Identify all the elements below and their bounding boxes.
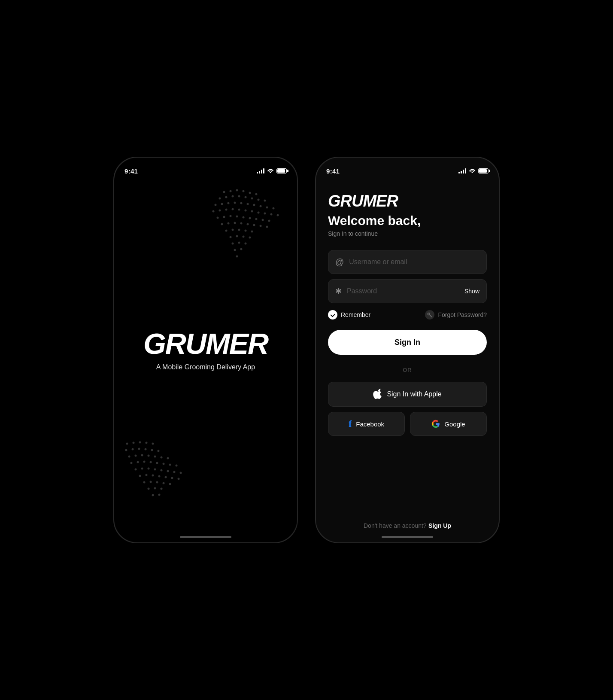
svg-point-52 (225, 230, 228, 232)
svg-point-106 (171, 477, 173, 479)
password-field[interactable]: ✱ Password Show (328, 279, 487, 303)
svg-point-47 (240, 222, 243, 225)
svg-point-35 (217, 217, 219, 219)
svg-point-96 (154, 469, 156, 471)
svg-point-27 (232, 208, 234, 210)
show-password-button[interactable]: Show (464, 288, 479, 295)
svg-point-39 (243, 216, 245, 219)
splash-status-icons (257, 168, 287, 174)
svg-point-88 (150, 461, 152, 463)
svg-point-36 (223, 216, 225, 218)
remember-checkbox[interactable] (328, 310, 337, 320)
login-logo: GRUMER (328, 192, 487, 210)
map-dots-top (190, 183, 284, 304)
signin-button[interactable]: Sign In (328, 330, 487, 355)
svg-point-64 (234, 249, 236, 251)
login-welcome-heading: Welcome back, (328, 213, 487, 228)
svg-point-84 (167, 457, 169, 460)
login-phone: 9:41 GRUMER (315, 157, 500, 543)
svg-point-79 (135, 455, 137, 457)
or-line-right (418, 370, 487, 370)
password-icon: ✱ (335, 286, 342, 296)
svg-point-32 (264, 213, 266, 215)
svg-point-17 (234, 202, 236, 204)
svg-point-104 (158, 475, 161, 478)
svg-point-65 (240, 248, 243, 250)
remember-label: Remember (341, 311, 370, 318)
svg-point-20 (253, 204, 255, 206)
remember-group[interactable]: Remember (328, 310, 370, 320)
svg-point-113 (148, 488, 150, 490)
svg-point-61 (232, 243, 234, 245)
svg-point-10 (245, 196, 247, 198)
login-battery-icon (478, 168, 489, 173)
google-button[interactable]: Google (410, 412, 487, 436)
svg-point-85 (130, 462, 133, 464)
svg-point-3 (243, 190, 245, 192)
username-field[interactable]: @ Username or email (328, 250, 487, 274)
svg-point-60 (249, 237, 251, 239)
svg-point-70 (146, 442, 148, 444)
login-home-indicator (382, 536, 433, 538)
signup-row: Don't have an account? Sign Up (328, 522, 487, 530)
svg-point-108 (143, 481, 146, 484)
svg-point-19 (247, 203, 249, 205)
svg-point-34 (277, 214, 279, 216)
svg-point-71 (152, 443, 154, 445)
svg-point-48 (247, 223, 249, 225)
svg-point-110 (156, 481, 158, 484)
svg-point-7 (225, 196, 228, 198)
svg-point-28 (238, 209, 240, 211)
wifi-icon (267, 168, 274, 174)
svg-point-58 (236, 235, 238, 237)
or-line-left (328, 370, 397, 370)
login-screen: 9:41 GRUMER (316, 158, 499, 542)
svg-point-91 (169, 464, 171, 466)
login-status-bar: 9:41 (316, 158, 499, 179)
svg-point-68 (133, 442, 135, 444)
svg-point-44 (221, 223, 223, 225)
svg-point-83 (161, 457, 163, 459)
options-row: Remember Forgot Password? (328, 310, 487, 320)
forgot-group[interactable]: Forgot Password? (425, 310, 487, 320)
svg-point-74 (138, 448, 140, 450)
svg-point-12 (258, 199, 260, 201)
svg-point-109 (150, 481, 152, 483)
svg-point-2 (236, 189, 238, 192)
svg-point-16 (228, 202, 230, 204)
svg-point-117 (158, 494, 161, 496)
splash-home-indicator (180, 536, 231, 538)
login-time: 9:41 (326, 167, 340, 175)
svg-point-76 (151, 449, 153, 451)
svg-point-0 (223, 191, 225, 193)
facebook-button[interactable]: f Facebook (328, 412, 405, 436)
svg-point-14 (215, 204, 217, 206)
signup-link[interactable]: Sign Up (428, 522, 451, 529)
svg-point-26 (225, 209, 228, 211)
svg-point-75 (145, 448, 147, 450)
svg-point-100 (180, 472, 182, 474)
svg-point-23 (273, 207, 275, 210)
forgot-password-link[interactable]: Forgot Password? (438, 311, 487, 318)
svg-point-98 (167, 470, 169, 472)
apple-signin-button[interactable]: Sign In with Apple (328, 382, 487, 407)
svg-point-90 (163, 463, 165, 465)
svg-point-15 (221, 203, 223, 205)
svg-point-116 (152, 494, 154, 496)
svg-point-54 (238, 229, 240, 231)
splash-content: GRUMER A Mobile Grooming Delivery App (143, 329, 268, 371)
svg-point-41 (255, 218, 258, 220)
svg-point-97 (161, 469, 163, 472)
svg-point-112 (169, 483, 171, 485)
password-placeholder: Password (347, 287, 459, 295)
svg-point-40 (249, 217, 251, 219)
login-wifi-icon (469, 168, 476, 174)
svg-point-25 (219, 210, 221, 212)
social-buttons-row: f Facebook Google (328, 412, 487, 436)
key-icon (425, 310, 434, 320)
svg-point-4 (249, 192, 251, 194)
signin-label: Sign In (395, 338, 420, 347)
svg-point-66 (236, 256, 238, 258)
svg-point-69 (139, 441, 141, 444)
splash-screen: 9:41 (114, 158, 297, 542)
